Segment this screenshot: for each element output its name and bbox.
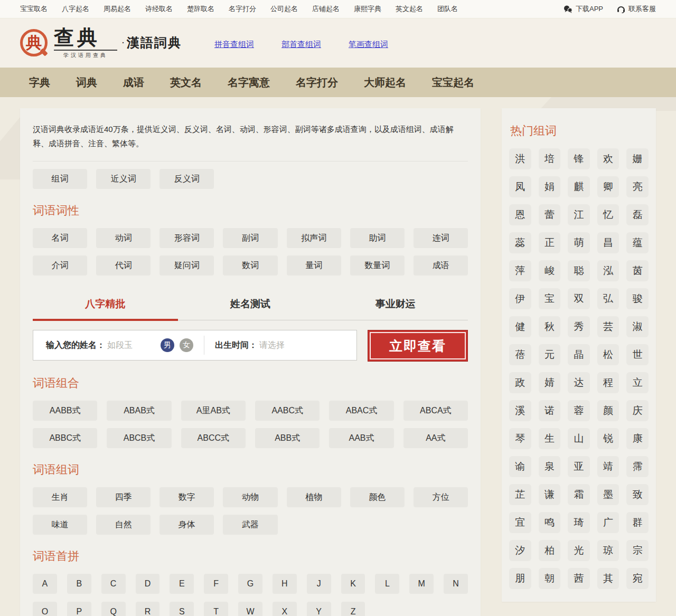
word-combo-button[interactable]: ABAB式 [107,401,171,421]
hot-word-button[interactable]: 泓 [597,260,619,281]
hot-word-button[interactable]: 晶 [568,344,590,365]
hot-word-button[interactable]: 娟 [539,176,561,197]
hot-word-button[interactable]: 蕾 [539,204,561,225]
topbar-link[interactable]: 诗经取名 [145,4,173,14]
word-group-button[interactable]: 四季 [96,487,151,507]
tab-name-test[interactable]: 姓名测试 [178,290,323,321]
hot-word-button[interactable]: 芸 [597,316,619,337]
quick-link-button[interactable]: 近义词 [96,169,151,189]
word-group-button[interactable]: 动物 [223,487,277,507]
hot-word-button[interactable]: 秋 [539,316,561,337]
hot-word-button[interactable]: 伊 [509,288,531,309]
initial-letter-button[interactable]: O [33,602,57,616]
topbar-link[interactable]: 英文起名 [396,4,423,14]
word-combo-button[interactable]: ABBC式 [33,428,97,448]
word-combo-button[interactable]: AA式 [403,428,468,448]
initial-letter-button[interactable]: Y [307,602,331,616]
hot-word-button[interactable]: 庆 [626,400,649,421]
hot-word-button[interactable]: 弘 [597,288,619,309]
hot-word-button[interactable]: 霜 [568,484,590,505]
topbar-link[interactable]: 公司起名 [270,4,298,14]
nav-item[interactable]: 名字打分 [296,75,338,90]
hot-word-button[interactable]: 聪 [568,260,590,281]
word-pos-button[interactable]: 副词 [223,228,277,248]
hot-word-button[interactable]: 麒 [568,176,590,197]
initial-letter-button[interactable]: H [273,574,297,594]
nav-item[interactable]: 名字寓意 [228,75,270,90]
word-combo-button[interactable]: ABCA式 [403,401,468,421]
hot-word-button[interactable]: 恩 [509,204,531,225]
hot-word-button[interactable]: 元 [539,344,561,365]
word-pos-button[interactable]: 量词 [287,255,341,276]
hot-word-button[interactable]: 琼 [597,540,619,561]
initial-letter-button[interactable]: P [67,602,91,616]
hot-word-button[interactable]: 霈 [626,456,649,477]
word-combo-button[interactable]: ABB式 [255,428,320,448]
word-group-button[interactable]: 自然 [96,515,151,535]
download-app-link[interactable]: 下载APP [564,4,603,14]
hot-word-button[interactable]: 靖 [597,456,619,477]
initial-letter-button[interactable]: R [136,602,160,616]
hot-word-button[interactable]: 致 [626,484,649,505]
hot-word-button[interactable]: 磊 [626,204,649,225]
quick-link-button[interactable]: 组词 [33,169,87,189]
word-group-button[interactable]: 方位 [414,487,468,507]
tab-bazi[interactable]: 八字精批 [33,290,178,321]
hot-word-button[interactable]: 亚 [568,456,590,477]
word-pos-button[interactable]: 动词 [96,228,151,248]
hot-word-button[interactable]: 广 [597,512,619,533]
hot-word-button[interactable]: 溪 [509,400,531,421]
topbar-link[interactable]: 八字起名 [62,4,89,14]
topbar-link[interactable]: 宝宝取名 [20,4,48,14]
word-pos-button[interactable]: 形容词 [159,228,214,248]
word-group-button[interactable]: 颜色 [350,487,405,507]
initial-letter-button[interactable]: L [375,574,399,594]
initial-letter-button[interactable]: N [444,574,468,594]
word-pos-button[interactable]: 名词 [33,228,87,248]
word-group-button[interactable]: 身体 [159,515,214,535]
word-combo-button[interactable]: AABC式 [255,401,320,421]
hot-word-button[interactable]: 茵 [626,260,649,281]
hot-word-button[interactable]: 婧 [539,372,561,393]
hot-word-button[interactable]: 凤 [509,176,531,197]
word-combo-button[interactable]: A里AB式 [181,401,246,421]
word-pos-button[interactable]: 代词 [96,255,151,276]
female-button[interactable]: 女 [180,338,193,352]
hot-word-button[interactable]: 汐 [509,540,531,561]
hot-word-button[interactable]: 诺 [539,400,561,421]
word-pos-button[interactable]: 介词 [33,255,87,276]
hot-word-button[interactable]: 蕊 [509,232,531,253]
hot-word-button[interactable]: 骏 [626,288,649,309]
word-pos-button[interactable]: 疑问词 [159,255,214,276]
word-combo-button[interactable]: AABB式 [33,401,97,421]
hot-word-button[interactable]: 鸣 [539,512,561,533]
initial-letter-button[interactable]: T [204,602,228,616]
contact-service-link[interactable]: 联系客服 [617,4,656,14]
nav-item[interactable]: 宝宝起名 [432,75,474,90]
topbar-link[interactable]: 团队名 [437,4,458,14]
submit-button[interactable]: 立即查看 [368,330,468,362]
hot-word-button[interactable]: 淑 [626,316,649,337]
hot-word-button[interactable]: 昌 [597,232,619,253]
hot-word-button[interactable]: 姗 [626,148,649,169]
hot-word-button[interactable]: 松 [597,344,619,365]
initial-letter-button[interactable]: S [170,602,194,616]
hot-word-button[interactable]: 光 [568,540,590,561]
hot-word-button[interactable]: 康 [626,428,649,449]
hot-word-button[interactable]: 萌 [568,232,590,253]
topbar-link[interactable]: 店铺起名 [312,4,340,14]
initial-letter-button[interactable]: Q [101,602,126,616]
word-group-button[interactable]: 味道 [33,515,87,535]
site-logo[interactable]: 典 查典 学汉语用查典 · 漢語詞典 [20,27,182,59]
hot-word-button[interactable]: 洪 [509,148,531,169]
hot-word-button[interactable]: 亮 [626,176,649,197]
hot-word-button[interactable]: 谦 [539,484,561,505]
hot-word-button[interactable]: 宝 [539,288,561,309]
hot-word-button[interactable]: 立 [626,372,649,393]
hot-word-button[interactable]: 琴 [509,428,531,449]
word-pos-button[interactable]: 成语 [414,255,468,276]
pinyin-search-link[interactable]: 拼音查组词 [214,40,254,50]
topbar-link[interactable]: 楚辞取名 [187,4,214,14]
name-input[interactable] [107,340,157,350]
hot-word-button[interactable]: 忆 [597,204,619,225]
